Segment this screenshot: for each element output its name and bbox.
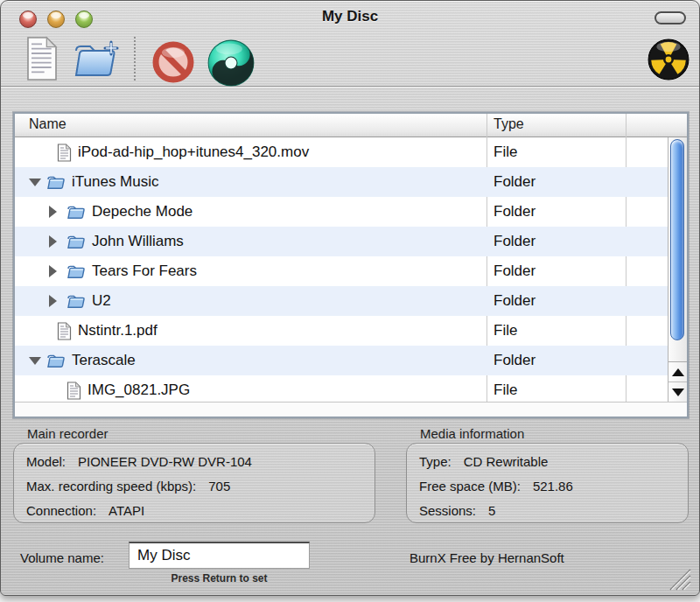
list-item[interactable]: iPod-ad-hip_hop+itunes4_320.movFile [15, 137, 687, 167]
info-field: Model:PIONEER DVD-RW DVR-104 [26, 449, 374, 473]
item-name: Terascale [72, 352, 136, 369]
arrow-down-icon [672, 388, 684, 396]
collapse-pill-icon[interactable] [654, 11, 686, 24]
toolbar [1, 32, 699, 87]
stop-button[interactable] [152, 41, 194, 83]
volume-name-input[interactable] [129, 542, 310, 569]
item-name: Tears For Fears [92, 262, 197, 280]
folder-icon [66, 234, 86, 249]
volume-name-hint: Press Return to set [129, 572, 310, 584]
field-label: Connection: [26, 503, 96, 518]
field-value: 521.86 [533, 479, 573, 494]
burn-radioactive-icon [647, 38, 690, 81]
new-folder-button[interactable] [71, 38, 120, 80]
burn-button[interactable] [647, 38, 690, 81]
item-type: Folder [494, 173, 536, 191]
list-item[interactable]: Depeche ModeFolder [15, 197, 687, 227]
resize-grip[interactable] [665, 566, 691, 591]
disclosure-triangle-icon[interactable] [29, 357, 41, 365]
scrollbar-thumb[interactable] [670, 139, 684, 340]
field-value: 705 [208, 479, 230, 494]
scroll-down-button[interactable] [668, 382, 687, 402]
scroll-up-button[interactable] [668, 362, 687, 382]
list-body: iPod-ad-hip_hop+itunes4_320.movFileiTune… [15, 137, 687, 402]
toolbar-separator [134, 37, 136, 80]
credit-text: BurnX Free by HernanSoft [410, 550, 564, 565]
list-item[interactable]: Tears For FearsFolder [15, 256, 687, 286]
column-header-type[interactable]: Type [494, 116, 524, 132]
new-document-button[interactable] [24, 36, 60, 81]
refresh-swirl-icon [206, 38, 256, 88]
list-item[interactable]: U2Folder [15, 286, 687, 316]
item-type: File [494, 322, 517, 340]
disclosure-triangle-icon[interactable] [49, 265, 57, 277]
folder-icon [66, 204, 86, 220]
item-name: Depeche Mode [92, 203, 192, 220]
new-document-icon [24, 36, 60, 81]
folder-icon [46, 174, 66, 190]
info-field: Sessions:5 [419, 498, 688, 522]
field-label: Free space (MB): [419, 479, 521, 494]
title-bar[interactable]: My Disc [1, 1, 699, 32]
stop-icon [152, 41, 194, 83]
folder-icon [66, 263, 86, 279]
field-value: 5 [488, 503, 495, 518]
item-type: Folder [494, 262, 536, 280]
refresh-button[interactable] [206, 38, 256, 88]
info-field: Connection:ATAPI [26, 498, 374, 522]
list-item[interactable]: Nstintr.1.pdfFile [15, 316, 687, 346]
main-recorder-box: Model:PIONEER DVD-RW DVR-104Max. recordi… [13, 443, 375, 523]
item-type: Folder [494, 352, 536, 369]
field-label: Type: [419, 454, 452, 469]
media-information-label: Media information [420, 426, 524, 441]
info-field: Type:CD Rewritable [419, 449, 688, 473]
field-value: ATAPI [108, 503, 144, 518]
column-header-name[interactable]: Name [29, 116, 66, 132]
disclosure-triangle-icon[interactable] [49, 206, 57, 218]
window-title: My Disc [1, 8, 699, 25]
list-item[interactable]: TerascaleFolder [15, 346, 687, 375]
item-name: Nstintr.1.pdf [78, 322, 158, 340]
list-item[interactable]: iTunes MusicFolder [15, 167, 687, 197]
new-folder-icon [71, 38, 120, 80]
disclosure-triangle-icon[interactable] [29, 178, 41, 186]
item-type: Folder [494, 203, 536, 220]
file-icon [57, 322, 72, 340]
disclosure-triangle-icon[interactable] [49, 235, 57, 248]
field-value: CD Rewritable [464, 454, 549, 469]
vertical-scrollbar[interactable] [668, 137, 687, 402]
item-name: IMG_0821.JPG [88, 382, 190, 399]
item-type: File [494, 144, 517, 161]
list-header: Name Type [15, 114, 687, 137]
file-list: Name Type iPod-ad-hip_hop+itunes4_320.mo… [13, 112, 689, 418]
field-value: PIONEER DVD-RW DVR-104 [78, 454, 252, 469]
volume-name-label: Volume name: [20, 550, 104, 565]
scrollbar-arrows [668, 361, 687, 402]
item-name: iTunes Music [72, 173, 159, 191]
app-window: My Disc [0, 0, 700, 596]
file-icon [57, 144, 72, 162]
item-name: U2 [92, 292, 111, 310]
info-field: Free space (MB):521.86 [419, 473, 688, 498]
field-label: Max. recording speed (kbps): [26, 479, 196, 494]
item-type: Folder [494, 233, 536, 250]
file-icon [66, 382, 81, 400]
folder-icon [46, 353, 66, 368]
field-label: Sessions: [419, 503, 476, 518]
disclosure-triangle-icon[interactable] [49, 295, 57, 307]
field-label: Model: [26, 454, 66, 469]
info-field: Max. recording speed (kbps):705 [26, 473, 374, 498]
item-name: iPod-ad-hip_hop+itunes4_320.mov [78, 144, 309, 161]
horizontal-scrollbar-track[interactable] [15, 402, 687, 416]
main-recorder-label: Main recorder [27, 426, 108, 441]
media-information-box: Type:CD RewritableFree space (MB):521.86… [406, 443, 689, 523]
arrow-up-icon [672, 368, 684, 376]
folder-icon [66, 293, 86, 309]
list-item[interactable]: John WilliamsFolder [15, 227, 687, 256]
item-name: John Williams [92, 233, 184, 250]
item-type: Folder [494, 292, 536, 310]
list-item[interactable]: IMG_0821.JPGFile [15, 375, 687, 402]
item-type: File [494, 382, 517, 399]
